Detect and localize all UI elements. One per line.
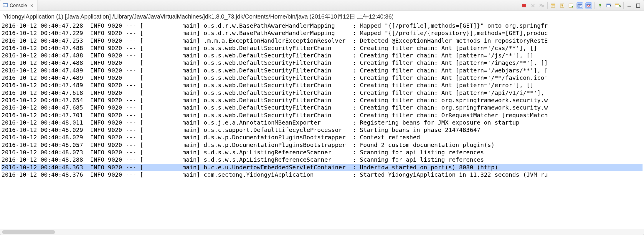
log-line[interactable]: 2016-10-12 00:40:48.057 INFO 9020 --- [ … [1,141,643,149]
remove-launch-icon[interactable] [530,2,536,9]
log-line[interactable]: 2016-10-12 00:40:48.029 INFO 9020 --- [ … [1,134,643,141]
horizontal-scrollbar[interactable] [0,229,644,235]
scrollbar-thumb[interactable] [2,230,55,234]
log-line[interactable]: 2016-10-12 00:40:47.229 INFO 9020 --- [ … [1,29,643,37]
log-line[interactable]: 2016-10-12 00:40:48.376 INFO 9020 --- [ … [1,171,643,178]
console-tab-label: Console [10,3,27,8]
log-line[interactable]: 2016-10-12 00:40:47.488 INFO 9020 --- [ … [1,44,643,52]
svg-rect-30 [628,6,631,7]
svg-rect-2 [4,5,6,5]
scroll-lock-icon[interactable] [559,2,565,9]
log-line[interactable]: 2016-10-12 00:40:47.488 INFO 9020 --- [ … [1,59,643,67]
log-line[interactable]: 2016-10-12 00:40:47.701 INFO 9020 --- [ … [1,112,643,119]
svg-rect-27 [615,4,619,5]
svg-rect-1 [3,3,8,4]
log-line[interactable]: 2016-10-12 00:40:47.489 INFO 9020 --- [ … [1,74,643,82]
log-line[interactable]: 2016-10-12 00:40:48.288 INFO 9020 --- [ … [1,156,643,163]
log-line[interactable]: 2016-10-12 00:40:47.654 INFO 9020 --- [ … [1,97,643,104]
remove-all-icon[interactable] [539,2,545,9]
console-tab[interactable]: Console ✕ [0,0,37,11]
svg-rect-12 [551,4,555,5]
log-line[interactable]: 2016-10-12 00:40:47.685 INFO 9020 --- [ … [1,104,643,111]
tab-bar: Console ✕ [0,0,644,11]
svg-point-16 [572,6,573,7]
log-line[interactable]: 2016-10-12 00:40:47.253 INFO 9020 --- [ … [1,37,643,44]
word-wrap-icon[interactable] [568,2,574,9]
log-line[interactable]: 2016-10-12 00:40:48.073 INFO 9020 --- [ … [1,149,643,156]
toolbar-separator [623,2,624,9]
stop-icon[interactable] [521,2,527,9]
display-tab-icon[interactable] [606,2,612,9]
console-output-scroll[interactable]: 2016-10-12 00:40:47.228 INFO 9020 --- [ … [0,22,644,229]
log-line[interactable]: 2016-10-12 00:40:47.488 INFO 9020 --- [ … [1,52,643,59]
console-output[interactable]: 2016-10-12 00:40:47.228 INFO 9020 --- [ … [0,22,644,180]
svg-rect-31 [636,4,640,7]
log-line[interactable]: 2016-10-12 00:40:48.011 INFO 9020 --- [ … [1,119,643,126]
process-description: YidongyiApplication (1) [Java Applicatio… [0,11,644,22]
toolbar-separator [547,2,548,9]
svg-rect-25 [607,4,610,5]
tab-spacer [37,0,518,11]
show-whitespace-icon[interactable] [577,2,583,9]
toggle-word-wrap-icon[interactable] [585,2,592,9]
log-line[interactable]: 2016-10-12 00:40:48.029 INFO 9020 --- [ … [1,126,643,134]
console-icon [3,2,8,9]
new-console-icon[interactable] [615,2,621,9]
console-view: Console ✕ YidongyiApplication (1) [Java … [0,0,644,235]
log-line[interactable]: 2016-10-12 00:40:47.489 INFO 9020 --- [ … [1,67,643,74]
svg-rect-4 [522,4,526,7]
log-line[interactable]: 2016-10-12 00:40:47.618 INFO 9020 --- [ … [1,89,643,97]
console-toolbar [518,0,644,11]
svg-rect-3 [4,6,5,6]
log-line[interactable]: 2016-10-12 00:40:47.489 INFO 9020 --- [ … [1,82,643,89]
close-icon[interactable]: ✕ [29,3,35,8]
log-line[interactable]: 2016-10-12 00:40:47.228 INFO 9020 --- [ … [1,22,643,29]
log-line[interactable]: 2016-10-12 00:40:48.363 INFO 9020 --- [ … [1,164,643,171]
pin-icon[interactable] [597,2,603,9]
toolbar-separator [594,2,595,9]
clear-icon[interactable] [550,2,557,9]
svg-rect-14 [562,5,563,6]
svg-rect-18 [578,4,582,5]
svg-rect-20 [587,4,591,5]
minimize-icon[interactable] [626,2,633,9]
maximize-icon[interactable] [635,2,641,9]
